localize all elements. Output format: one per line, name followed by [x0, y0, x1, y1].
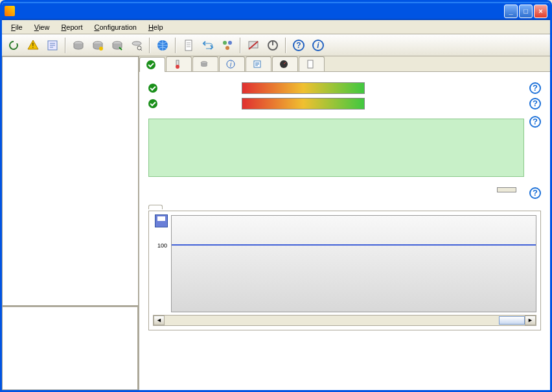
- options-button[interactable]: [244, 36, 262, 54]
- save-chart-button[interactable]: [155, 214, 168, 227]
- svg-point-10: [223, 41, 227, 45]
- sync-button[interactable]: [199, 36, 217, 54]
- disk-test-3-button[interactable]: [108, 36, 126, 54]
- info-button[interactable]: i: [309, 36, 327, 54]
- tab-disk-performance[interactable]: [272, 56, 298, 71]
- disk-icon: [200, 60, 209, 69]
- report-button[interactable]: [43, 36, 62, 54]
- tab-smart[interactable]: [192, 56, 218, 71]
- scroll-left-button[interactable]: ◄: [154, 316, 165, 325]
- network-button[interactable]: [218, 36, 236, 54]
- scrollbar-thumb[interactable]: [499, 316, 525, 325]
- chart-scrollbar[interactable]: ◄ ►: [153, 315, 536, 326]
- maximize-button[interactable]: □: [519, 5, 533, 18]
- app-icon: [5, 6, 15, 16]
- thermometer-icon: [173, 60, 182, 69]
- svg-rect-9: [185, 40, 192, 51]
- disk-test-2-button[interactable]: [89, 36, 107, 54]
- help-icon[interactable]: ?: [529, 82, 541, 94]
- web-button[interactable]: [154, 36, 172, 54]
- document-icon: [306, 60, 315, 69]
- check-icon: [148, 99, 157, 108]
- status-box: [148, 119, 524, 177]
- menubar: File View Report Configuration Help: [2, 20, 550, 34]
- svg-point-4: [99, 47, 103, 51]
- svg-text:?: ?: [296, 41, 301, 50]
- tab-log[interactable]: [246, 56, 271, 71]
- disk-search-button[interactable]: [128, 36, 146, 54]
- chart-tab[interactable]: [148, 205, 163, 209]
- disk-list[interactable]: [2, 56, 138, 306]
- help-icon[interactable]: ?: [529, 116, 541, 128]
- alerts-button[interactable]: !: [24, 36, 42, 54]
- partition-list[interactable]: [2, 306, 138, 390]
- performance-bar: [242, 82, 365, 94]
- menu-configuration[interactable]: Configuration: [89, 22, 141, 32]
- log-icon: [253, 60, 262, 69]
- help-icon[interactable]: ?: [529, 98, 541, 110]
- svg-text:i: i: [230, 61, 232, 68]
- check-icon: [146, 60, 155, 69]
- health-chart: 100 ◄ ►: [148, 211, 541, 330]
- menu-help[interactable]: Help: [143, 22, 168, 32]
- help-icon[interactable]: ?: [529, 187, 541, 199]
- svg-text:i: i: [317, 41, 319, 50]
- tabs: i: [139, 56, 550, 72]
- svg-point-6: [132, 41, 141, 45]
- svg-point-11: [228, 41, 232, 45]
- info-icon: i: [226, 60, 235, 69]
- svg-point-12: [225, 46, 229, 50]
- scroll-right-button[interactable]: ►: [525, 316, 536, 325]
- health-bar: [242, 98, 365, 110]
- svg-rect-19: [176, 60, 179, 65]
- minimize-button[interactable]: _: [504, 5, 518, 18]
- tab-temperature[interactable]: [166, 56, 192, 71]
- close-button[interactable]: ×: [534, 5, 547, 18]
- repeat-test-button[interactable]: [497, 187, 516, 192]
- tab-alerts[interactable]: [299, 56, 325, 71]
- svg-rect-26: [308, 60, 313, 68]
- refresh-button[interactable]: [5, 36, 23, 54]
- tab-information[interactable]: i: [219, 56, 245, 71]
- gauge-icon: [279, 60, 288, 69]
- help-button[interactable]: ?: [290, 36, 308, 54]
- overview-panel: ? ? ?: [139, 72, 550, 390]
- menu-file[interactable]: File: [6, 22, 28, 32]
- menu-report[interactable]: Report: [56, 22, 87, 32]
- titlebar[interactable]: _ □ ×: [2, 2, 550, 20]
- svg-text:!: !: [32, 42, 34, 49]
- svg-point-20: [176, 65, 179, 69]
- menu-view[interactable]: View: [29, 22, 55, 32]
- toolbar: ! ? i: [2, 34, 550, 56]
- chart-line: [172, 244, 536, 246]
- disk-test-1-button[interactable]: [69, 36, 87, 54]
- power-button[interactable]: [264, 36, 282, 54]
- doc-button[interactable]: [179, 36, 198, 54]
- y-axis-label: 100: [157, 242, 167, 249]
- tab-overview[interactable]: [139, 57, 165, 72]
- check-icon: [148, 84, 157, 93]
